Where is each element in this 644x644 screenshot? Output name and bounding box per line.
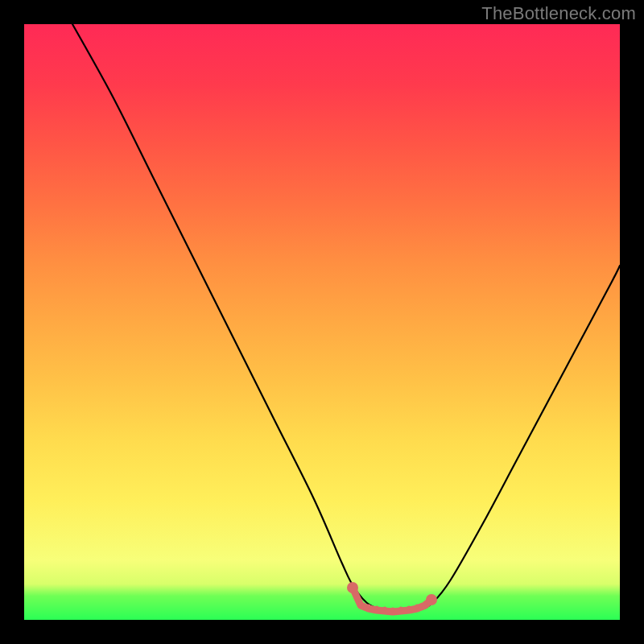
marker-band-bead <box>391 608 395 612</box>
marker-band-bead <box>423 601 427 605</box>
marker-band-bead <box>359 601 363 605</box>
marker-band-bead <box>407 606 411 610</box>
marker-band-bead <box>399 607 403 611</box>
bottleneck-curve <box>72 24 620 612</box>
marker-band-endpoint <box>347 582 358 593</box>
plot-area <box>24 24 620 620</box>
bottom-marker-band <box>347 582 437 612</box>
watermark-text: TheBottleneck.com <box>481 3 636 24</box>
chart-frame: TheBottleneck.com <box>0 0 644 644</box>
marker-band-bead <box>367 605 371 609</box>
marker-band-bead <box>415 605 419 609</box>
curve-layer <box>24 24 620 620</box>
marker-band-bead <box>375 606 379 610</box>
marker-band-bead <box>383 607 387 611</box>
marker-band-endpoint <box>426 594 437 605</box>
